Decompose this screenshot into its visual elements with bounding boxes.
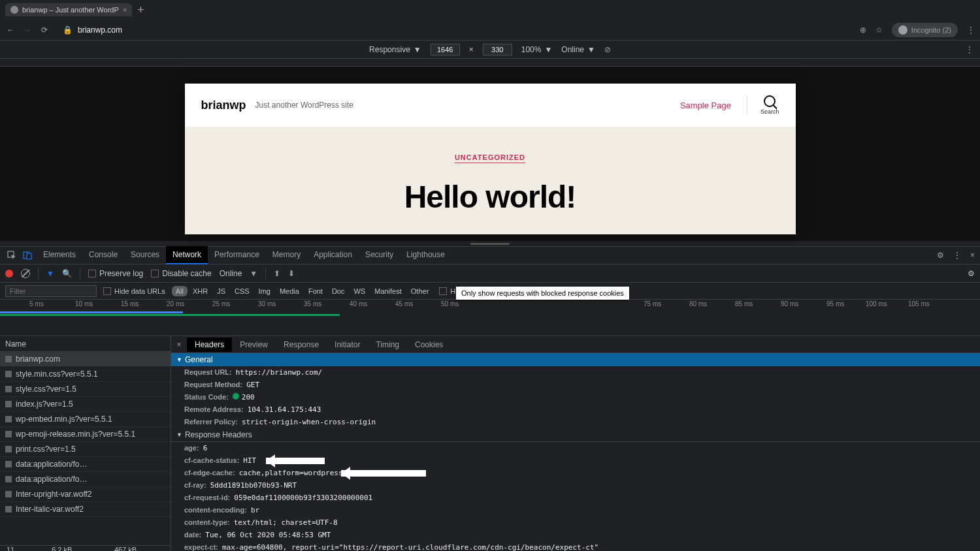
request-row[interactable]: wp-emoji-release.min.js?ver=5.5.1 [0,427,171,442]
search-icon [764,95,776,107]
detail-tab-timing[interactable]: Timing [368,338,407,352]
site-title[interactable]: brianwp [201,99,246,112]
throttle-select[interactable]: Online [220,269,242,278]
devtools-tab-lighthouse[interactable]: Lighthouse [400,246,451,264]
lock-icon: 🔒 [63,25,73,35]
rotate-icon[interactable]: ⊘ [604,45,611,54]
filter-type-css[interactable]: CSS [231,286,253,296]
devtools-tab-memory[interactable]: Memory [266,246,307,264]
waterfall-timeline[interactable]: 5 ms10 ms15 ms20 ms25 ms30 ms35 ms40 ms4… [0,300,980,336]
file-icon [5,476,12,482]
hide-data-urls-checkbox[interactable]: Hide data URLs [103,287,165,295]
clear-button[interactable] [21,269,30,278]
disable-cache-checkbox[interactable]: Disable cache [151,269,211,278]
devtools-tab-sources[interactable]: Sources [124,246,166,264]
resource-size: 467 kB resources [114,546,164,552]
settings-icon[interactable]: ⚙ [937,251,944,260]
device-icon[interactable] [21,249,34,262]
request-row[interactable]: index.js?ver=1.5 [0,397,171,412]
filter-icon[interactable]: ▼ [46,269,54,278]
file-icon [5,416,12,422]
forward-button[interactable]: → [22,25,33,35]
inspect-icon[interactable] [5,249,18,262]
filter-type-media[interactable]: Media [276,286,303,296]
search-network-icon[interactable]: 🔍 [62,269,72,278]
width-input[interactable] [431,44,460,55]
incognito-badge[interactable]: Incognito (2) [892,23,958,37]
file-icon [5,371,12,377]
close-devtools-icon[interactable]: × [970,251,975,260]
post-title[interactable]: Hello world! [198,179,783,215]
request-row[interactable]: print.css?ver=1.5 [0,442,171,457]
detail-tab-initiator[interactable]: Initiator [327,338,368,352]
header-row: cf-request-id:059e0daf1100000b93f3303200… [171,492,980,504]
close-panel-icon[interactable]: × [171,340,187,349]
filter-type-manifest[interactable]: Manifest [370,286,406,296]
filter-type-all[interactable]: All [172,286,188,296]
record-button[interactable] [5,270,13,277]
filter-type-doc[interactable]: Doc [328,286,349,296]
search-button[interactable]: Search [747,95,779,115]
file-icon [5,506,12,512]
site-tagline: Just another WordPress site [255,101,354,110]
time-label: 30 ms [258,300,276,307]
new-tab-button[interactable]: + [137,3,144,17]
request-row[interactable]: wp-embed.min.js?ver=5.5.1 [0,412,171,427]
device-menu-icon[interactable]: ⋮ [966,45,973,54]
devtools-tab-elements[interactable]: Elements [37,246,82,264]
device-mode-dropdown[interactable]: Responsive▼ [369,45,421,54]
request-row[interactable]: Inter-italic-var.woff2 [0,502,171,517]
zoom-dropdown[interactable]: 100%▼ [521,45,553,54]
request-row[interactable]: data:application/fo… [0,457,171,472]
devtools-tab-application[interactable]: Application [307,246,359,264]
reload-button[interactable]: ⟳ [39,25,50,35]
upload-icon[interactable]: ⬆ [274,269,280,278]
request-row[interactable]: brianwp.com [0,352,171,367]
detail-tab-headers[interactable]: Headers [187,338,232,352]
request-row[interactable]: Inter-upright-var.woff2 [0,487,171,502]
list-header-name[interactable]: Name [0,336,171,352]
devtools-tab-performance[interactable]: Performance [208,246,266,264]
sample-page-link[interactable]: Sample Page [680,101,731,110]
detail-tab-response[interactable]: Response [276,338,327,352]
filter-type-img[interactable]: Img [255,286,274,296]
height-input[interactable] [483,44,512,55]
url-input[interactable]: 🔒 brianwp.com [56,25,853,35]
response-headers-section[interactable]: ▼Response Headers [171,428,980,442]
request-row[interactable]: style.css?ver=1.5 [0,382,171,397]
network-settings-icon[interactable]: ⚙ [968,269,975,278]
filter-type-xhr[interactable]: XHR [189,286,212,296]
devtools-tab-security[interactable]: Security [359,246,400,264]
close-tab-icon[interactable]: × [123,6,127,14]
detail-tab-cookies[interactable]: Cookies [407,338,451,352]
header-row: content-encoding:br [171,504,980,516]
resize-handle[interactable] [0,241,980,246]
preserve-log-checkbox[interactable]: Preserve log [88,269,143,278]
file-icon [5,356,12,362]
filter-type-ws[interactable]: WS [350,286,369,296]
category-link[interactable]: UNCATEGORIZED [455,153,525,163]
filter-type-font[interactable]: Font [304,286,327,296]
download-icon[interactable]: ⬇ [288,269,295,278]
filter-type-js[interactable]: JS [213,286,229,296]
throttle-dropdown[interactable]: Online▼ [561,45,595,54]
back-button[interactable]: ← [5,25,16,35]
browser-tab[interactable]: brianwp – Just another WordP × [5,3,132,16]
menu-icon[interactable]: ⋮ [967,25,975,35]
filter-type-other[interactable]: Other [407,286,433,296]
request-row[interactable]: data:application/fo… [0,472,171,487]
file-icon [5,431,12,437]
general-section[interactable]: ▼General [171,353,980,366]
filter-bar: Hide data URLs AllXHRJSCSSImgMediaFontDo… [0,283,980,300]
star-icon[interactable]: ☆ [875,25,883,35]
request-row[interactable]: style.min.css?ver=5.5.1 [0,367,171,382]
header-row: Request Method:GET [171,379,980,391]
more-icon[interactable]: ⋮ [953,251,961,260]
devtools-tab-console[interactable]: Console [82,246,124,264]
filter-input[interactable] [5,285,97,297]
detail-tab-preview[interactable]: Preview [232,338,276,352]
devtools-tab-network[interactable]: Network [166,246,208,264]
search-icon[interactable]: ⊕ [860,25,866,35]
tab-bar: brianwp – Just another WordP × + [0,0,980,20]
detail-panel: × HeadersPreviewResponseInitiatorTimingC… [171,336,980,551]
